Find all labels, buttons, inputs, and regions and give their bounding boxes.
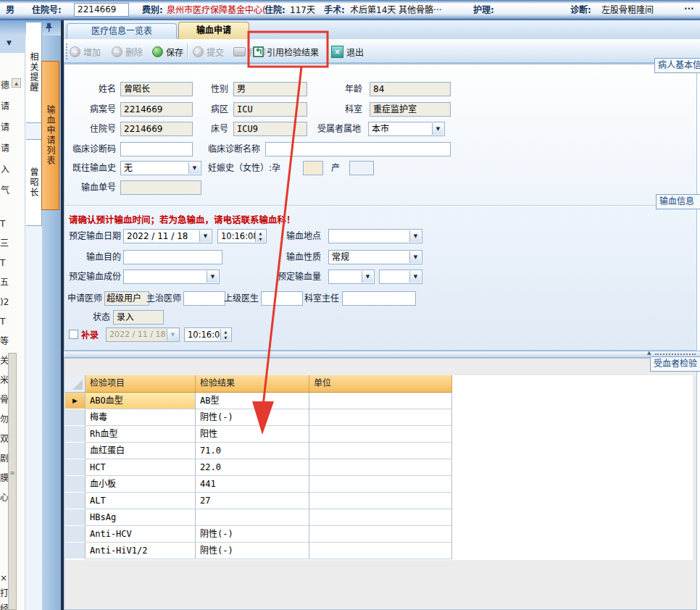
tab-medical-info[interactable]: 医疗信息一览表 (67, 23, 177, 39)
sex-field[interactable]: 男 (233, 82, 307, 96)
spinner-arrows-icon[interactable]: ▲▼ (220, 329, 230, 340)
transfusion-history-combo[interactable]: 无 ▼ (120, 161, 201, 175)
row-marker[interactable] (65, 459, 86, 476)
chevron-down-icon[interactable]: ▼ (409, 251, 421, 263)
chevron-down-icon[interactable]: ▼ (167, 329, 178, 340)
table-row[interactable]: 血红蛋白 (86, 443, 196, 459)
table-cell[interactable]: 27 (196, 493, 309, 509)
col-header-test-result[interactable]: 检验结果 (196, 375, 309, 393)
recipient-locale-combo[interactable]: 本市 ▼ (368, 122, 445, 136)
row-marker-current[interactable]: ▶ (65, 393, 86, 409)
add-button[interactable]: + 增加 (70, 44, 101, 59)
chevron-down-icon[interactable]: ▼ (207, 271, 218, 283)
nature-combo[interactable]: 常规 ▼ (328, 250, 422, 264)
table-cell[interactable] (309, 459, 452, 476)
row-marker[interactable] (65, 476, 86, 493)
col-header-unit[interactable]: 单位 (309, 375, 452, 393)
table-cell[interactable] (309, 526, 452, 543)
col-header-test-item[interactable]: 检验项目 (86, 375, 196, 393)
exit-button[interactable]: × 退出 (331, 44, 364, 59)
table-row[interactable]: 血小板 (86, 476, 196, 493)
ward-field[interactable]: ICU (233, 102, 307, 117)
side-tab-transfusion-info[interactable]: 输血信息 (656, 194, 700, 209)
makeup-date-picker[interactable]: 2022 / 11 / 18 ▼ (106, 327, 180, 342)
pin-icon[interactable] (45, 22, 53, 33)
volume-combo[interactable]: ▼ (328, 270, 375, 284)
scheduled-time-spinner[interactable]: 10:16:08 ▲▼ (217, 229, 267, 243)
row-marker[interactable] (65, 409, 86, 426)
dept-field[interactable]: 重症监护室 (370, 102, 451, 117)
spinner-arrows-icon[interactable]: ▲▼ (255, 230, 265, 242)
tab-transfusion-request[interactable]: 输血申请 (178, 22, 249, 39)
table-cell[interactable] (196, 509, 309, 526)
chevron-down-icon[interactable]: ▼ (432, 123, 443, 135)
row-marker[interactable] (65, 543, 86, 559)
chevron-down-icon[interactable]: ▼ (409, 271, 421, 283)
scroll-up-button[interactable]: ▲ (12, 78, 21, 88)
chevron-down-icon[interactable]: ▼ (362, 271, 373, 283)
table-cell[interactable]: 阴性(-) (196, 409, 309, 426)
pregnancy-count-field[interactable] (303, 161, 323, 175)
table-cell[interactable]: 71.0 (196, 443, 309, 459)
side-tab-recipient-lab[interactable]: 受血者检验 (650, 356, 700, 372)
table-row[interactable]: ALT (86, 493, 196, 509)
table-cell[interactable]: 441 (196, 476, 309, 493)
table-cell[interactable] (309, 443, 452, 459)
diag-name-field[interactable] (265, 142, 451, 156)
save-button[interactable]: 保存 (152, 44, 183, 59)
table-row[interactable]: Rh血型 (86, 426, 196, 443)
place-combo[interactable]: ▼ (328, 229, 422, 243)
order-no-field[interactable] (120, 180, 201, 195)
director-field[interactable] (342, 291, 416, 306)
scrollbar-grip[interactable]: ≡ (9, 469, 15, 477)
births-count-field[interactable] (349, 161, 374, 175)
volume-unit-combo[interactable]: ▼ (379, 270, 422, 284)
table-row[interactable]: 梅毒 (86, 409, 196, 426)
table-row[interactable]: ABO血型 (86, 393, 196, 409)
table-cell[interactable]: 阴性(-) (196, 526, 309, 543)
name-field[interactable]: 曾昭长 (120, 82, 193, 96)
makeup-checkbox[interactable] (69, 330, 78, 339)
banner-more-button[interactable]: ··· (684, 3, 694, 14)
table-row[interactable]: Anti-HiV1/2 (86, 543, 196, 559)
table-cell[interactable] (309, 409, 452, 426)
splitter-collapse-icon[interactable]: ▲ (647, 350, 651, 356)
grid-corner-cell[interactable] (65, 375, 86, 393)
purpose-field[interactable] (123, 250, 222, 264)
age-field[interactable]: 84 (370, 82, 451, 96)
background-scrollbar[interactable]: ≡ (8, 353, 17, 610)
table-cell[interactable] (309, 493, 452, 509)
table-cell[interactable] (309, 509, 452, 526)
bed-no-field[interactable]: ICU9 (233, 122, 307, 136)
panel-splitter[interactable] (64, 351, 700, 358)
diag-code-field[interactable] (120, 142, 193, 156)
table-row[interactable]: Anti-HCV (86, 526, 196, 543)
chevron-down-icon[interactable]: ▼ (199, 230, 211, 242)
table-cell[interactable] (309, 426, 452, 443)
scheduled-date-picker[interactable]: 2022 / 11 / 18 ▼ (123, 229, 212, 243)
submit-button[interactable]: ✓ 提交 (193, 44, 224, 59)
case-no-field[interactable]: 2214669 (120, 102, 193, 117)
table-cell[interactable] (309, 476, 452, 493)
side-tab-basic-info[interactable]: 病人基本信息 (654, 58, 700, 73)
cite-lab-results-button[interactable]: 引用检验结果 (253, 44, 319, 59)
row-marker[interactable] (65, 443, 86, 459)
row-marker[interactable] (65, 509, 86, 526)
table-cell[interactable]: 阴性(-) (196, 543, 309, 559)
table-cell[interactable]: AB型 (196, 393, 309, 409)
table-cell[interactable] (309, 393, 452, 409)
chevron-down-icon[interactable]: ▼ (188, 162, 200, 174)
status-field[interactable]: 录入 (113, 310, 164, 325)
row-marker[interactable] (65, 526, 86, 543)
sidebar-tab-patient-name[interactable]: 曾昭长 (26, 139, 42, 226)
row-marker[interactable] (65, 493, 86, 509)
row-marker[interactable] (65, 426, 86, 443)
admission-no-field[interactable]: 2214669 (120, 122, 193, 136)
table-cell[interactable]: 阳性 (196, 426, 309, 443)
component-combo[interactable]: ▼ (123, 270, 220, 284)
table-row[interactable]: HBsAg (86, 509, 196, 526)
delete-button[interactable]: − 删除 (112, 44, 143, 59)
makeup-time-spinner[interactable]: 10:16:08 ▲▼ (184, 327, 232, 342)
table-row[interactable]: HCT (86, 459, 196, 476)
splitter-handle-dots[interactable] (655, 354, 696, 355)
